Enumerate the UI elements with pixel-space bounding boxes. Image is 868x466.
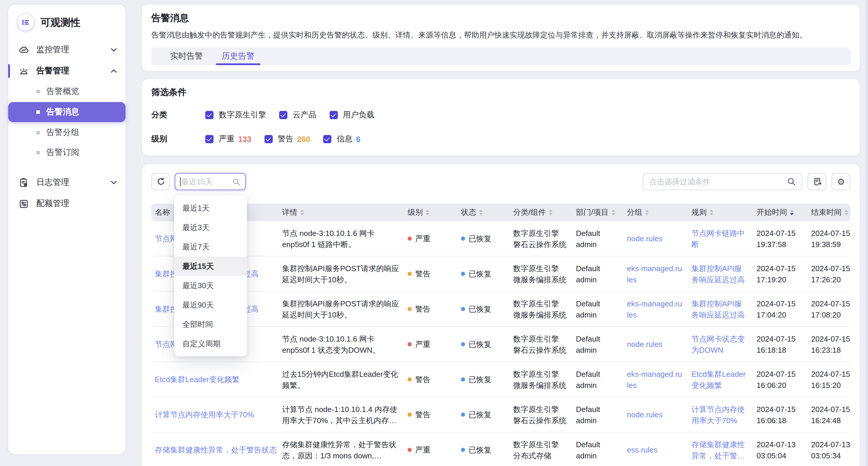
column-header-rule[interactable]: 规则 [688, 207, 753, 218]
sort-icon[interactable] [549, 209, 552, 215]
export-button[interactable] [808, 173, 826, 190]
checkbox-category-user-workload[interactable]: 用户负载 [329, 110, 374, 120]
column-header-department[interactable]: 部门/项目 [572, 207, 623, 218]
rule-link[interactable]: 节点网卡链路中断 [691, 227, 748, 250]
column-header-end-time[interactable]: 结束时间 [808, 207, 850, 218]
refresh-button[interactable] [151, 173, 170, 190]
group-link[interactable]: eks-managed.rules [627, 299, 682, 319]
table-row: 计算节点内存使用率大于70% 计算节点 node-1:10.10.1.4 内存使… [151, 397, 850, 433]
column-header-detail[interactable]: 详情 [279, 207, 404, 218]
gear-icon: ⚙ [837, 177, 845, 186]
status-text: 已恢复 [469, 444, 492, 456]
column-header-group[interactable]: 分组 [623, 207, 688, 218]
column-label: 开始时间 [756, 207, 787, 218]
column-header-category[interactable]: 分类/组件 [510, 207, 572, 218]
tab-history-alerts[interactable]: 历史告警 [212, 48, 264, 65]
dropdown-option-last-3-days[interactable]: 最近3天 [174, 218, 247, 237]
column-label: 名称 [155, 207, 170, 218]
category-line2: 磐石云操作系统 [513, 415, 568, 426]
group-link[interactable]: eks-managed.rules [627, 370, 682, 389]
checkbox-category-cloud-product[interactable]: 云产品 [279, 110, 316, 120]
start-time: 2024-07-15 16:18:18 [753, 333, 808, 355]
sidebar-header: 可观测性 [8, 5, 125, 35]
group-link[interactable]: eks-managed.rules [627, 264, 682, 284]
group-link[interactable]: node.rules [627, 234, 662, 243]
checkbox-level-info[interactable]: 信息 6 [323, 134, 361, 144]
end-time: 2024-07-15 16:24:48 [808, 404, 850, 426]
checkbox-level-warning[interactable]: 警告 260 [264, 134, 310, 144]
group-link[interactable]: node.rules [627, 410, 662, 419]
dropdown-option-last-1-day[interactable]: 最近1天 [174, 198, 247, 218]
sort-icon[interactable] [426, 209, 429, 215]
alert-name-link[interactable]: 存储集群健康性异常，处于警告状态 [155, 444, 277, 456]
sort-icon[interactable] [612, 209, 615, 215]
page-description: 告警消息由触发中的告警规则产生，提供实时和历史告警的状态、级别、详情、来源等信息… [151, 30, 850, 40]
alert-table-card: 最近15天 点击选择过滤条件 [142, 164, 860, 466]
alert-detail: 集群控制API服务POST请求的响应延迟时间大于10秒。 [282, 298, 399, 320]
start-time: 2024-07-15 16:06:20 [753, 368, 808, 390]
checkbox-checked-icon [329, 111, 338, 119]
level-text: 警告 [415, 374, 431, 385]
group-link[interactable]: node.rules [627, 340, 662, 349]
project: admin [576, 274, 619, 285]
alert-name-link[interactable]: Etcd集群Leader变化频繁 [155, 374, 240, 385]
column-header-level[interactable]: 级别 [404, 207, 458, 218]
rule-link[interactable]: 存储集群健康性异常，处于警… [691, 439, 748, 461]
checkbox-level-critical[interactable]: 严重 133 [205, 134, 251, 144]
sort-icon[interactable] [710, 209, 713, 215]
status-text: 已恢复 [469, 339, 492, 350]
dropdown-option-last-30-days[interactable]: 最近30天 [174, 276, 247, 295]
warning-dot-icon [408, 413, 412, 417]
dropdown-option-last-7-days[interactable]: 最近7天 [174, 237, 247, 257]
sidebar-item-alert-management[interactable]: 告警管理 [8, 61, 125, 81]
sort-icon[interactable] [645, 209, 649, 215]
department: Default [576, 333, 619, 344]
table-settings-button[interactable]: ⚙ [832, 173, 850, 190]
time-range-placeholder: 最近15天 [181, 176, 213, 187]
sidebar-item-alert-groups[interactable]: 告警分组 [8, 123, 125, 142]
bullet-icon [36, 131, 40, 135]
refresh-icon [156, 177, 165, 186]
time-range-select[interactable]: 最近15天 [175, 173, 246, 190]
column-label: 详情 [282, 207, 297, 218]
sidebar-item-alert-messages[interactable]: 告警消息 [8, 102, 125, 122]
tab-realtime-alerts[interactable]: 实时告警 [161, 48, 212, 65]
sidebar-item-quota-management[interactable]: 配额管理 [8, 194, 125, 214]
project: admin [576, 415, 619, 426]
bullet-icon [36, 151, 40, 154]
sort-icon[interactable] [844, 209, 848, 215]
table-header: 名称 详情 级别 状态 分类/组件 [151, 204, 850, 221]
alert-name-link[interactable]: 计算节点内存使用率大于70% [155, 409, 254, 420]
tab-label: 历史告警 [222, 51, 254, 62]
page-header-card: 告警消息 告警消息由触发中的告警规则产生，提供实时和历史告警的状态、级别、详情、… [142, 5, 860, 71]
rule-link[interactable]: 集群控制API服务响应延迟过高 [691, 298, 748, 320]
filter-card: 筛选条件 分类 数字原生引擎 云产品 用户负载 级别 [142, 79, 860, 155]
dropdown-option-last-90-days[interactable]: 最近90天 [174, 295, 247, 315]
sidebar-collapse-button[interactable] [18, 14, 34, 31]
rule-link[interactable]: 节点网卡状态变为DOWN [691, 333, 748, 355]
sort-icon[interactable] [300, 209, 304, 215]
column-label: 部门/项目 [576, 207, 609, 218]
page-scrollbar[interactable] [866, 0, 868, 466]
checkbox-category-native-engine[interactable]: 数字原生引擎 [205, 110, 266, 120]
dropdown-option-custom-period[interactable]: 自定义周期 [174, 334, 247, 353]
dropdown-option-last-15-days-selected[interactable]: 最近15天 [174, 257, 247, 276]
sidebar-item-log-management[interactable]: 日志管理 [8, 173, 125, 193]
rule-link[interactable]: Etcd集群Leader变化频繁 [691, 368, 748, 390]
rule-link[interactable]: 集群控制API服务响应延迟过高 [691, 263, 748, 285]
sidebar-item-label: 日志管理 [36, 177, 69, 188]
sort-icon-desc-active[interactable] [790, 209, 794, 215]
level-text: 严重 [415, 444, 431, 456]
dropdown-option-all-time[interactable]: 全部时间 [174, 315, 247, 334]
category-line1: 数字原生引擎 [513, 263, 568, 274]
rule-link[interactable]: 计算节点内存使用率大于70% [691, 404, 748, 426]
column-header-start-time[interactable]: 开始时间 [753, 207, 808, 218]
sidebar-item-alert-overview[interactable]: 告警概览 [8, 82, 125, 101]
sort-icon[interactable] [479, 209, 483, 215]
chevron-down-icon [110, 48, 117, 52]
sidebar-item-alert-subscriptions[interactable]: 告警订阅 [8, 143, 125, 162]
group-link[interactable]: ess.rules [627, 445, 657, 454]
column-header-status[interactable]: 状态 [458, 207, 510, 218]
filter-condition-input[interactable]: 点击选择过滤条件 [643, 173, 802, 190]
sidebar-item-monitoring[interactable]: 监控管理 [8, 40, 125, 60]
